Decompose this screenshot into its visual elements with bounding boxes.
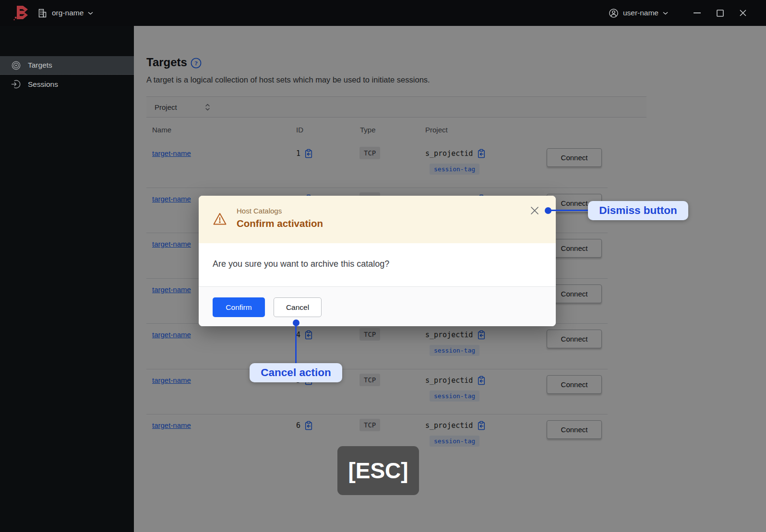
user-icon [609,8,619,18]
maximize-button[interactable] [708,0,731,26]
topbar: org-name user-name [0,0,766,26]
sidebar-item-label: Sessions [28,80,58,89]
chevron-down-icon [88,12,93,15]
close-window-icon [740,10,746,16]
cancel-annotation-label: Cancel action [250,363,342,382]
sidebar-item-sessions[interactable]: Sessions [0,75,134,94]
dialog-message: Are you sure you want to archive this ca… [213,259,389,269]
esc-key-badge: [ESC] [337,446,419,495]
target-icon [11,60,21,71]
sessions-icon [11,79,21,89]
org-icon [37,8,48,18]
chevron-down-icon [663,12,668,15]
sidebar-item-targets[interactable]: Targets [0,56,134,75]
dismiss-annotation-label: Dismiss button [588,201,688,220]
dialog-title: Confirm activation [237,218,323,229]
confirm-dialog: Host Catalogs Confirm activation Are you… [199,196,556,326]
sidebar-item-label: Targets [28,61,52,70]
user-menu[interactable]: user-name [609,8,668,18]
org-name-label: org-name [52,9,84,17]
boundary-logo-icon [13,5,30,21]
close-icon [530,206,539,215]
sidebar: Targets Sessions [0,26,134,532]
minimize-icon [694,12,701,14]
app-window: org-name user-name [0,0,766,532]
cancel-button[interactable]: Cancel [274,297,322,317]
warning-icon [213,212,227,226]
dialog-body: Are you sure you want to archive this ca… [199,243,556,286]
confirm-button[interactable]: Confirm [213,297,265,317]
boundary-logo-link[interactable] [13,5,30,21]
minimize-button[interactable] [685,0,708,26]
user-name-label: user-name [623,9,658,17]
org-switcher[interactable]: org-name [37,6,93,20]
dialog-footer: Confirm Cancel [199,286,556,326]
dialog-header: Host Catalogs Confirm activation [199,196,556,243]
dialog-dismiss-button[interactable] [530,206,540,216]
maximize-icon [717,10,724,17]
close-window-button[interactable] [731,0,754,26]
dialog-eyebrow: Host Catalogs [237,207,282,215]
cancel-annotation-line [295,325,297,364]
dismiss-annotation-line [551,210,590,211]
